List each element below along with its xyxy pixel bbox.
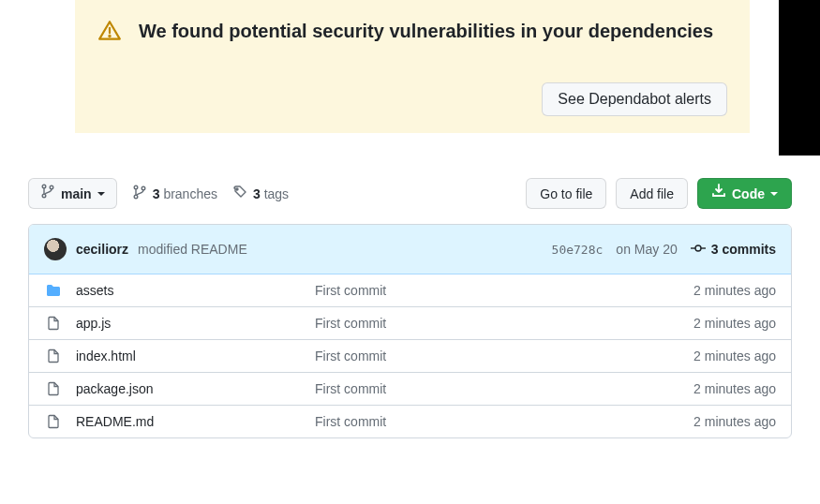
latest-commit-bar: ceciliorz modified README 50e728c on May… (29, 225, 791, 274)
avatar[interactable] (44, 238, 67, 260)
commit-sha[interactable]: 50e728c (552, 243, 604, 257)
download-icon (711, 184, 726, 203)
add-file-button[interactable]: Add file (616, 178, 688, 209)
svg-point-3 (42, 194, 46, 198)
svg-point-2 (42, 185, 46, 188)
file-icon (44, 348, 63, 363)
file-icon (44, 381, 63, 396)
svg-point-7 (142, 186, 145, 190)
commit-author[interactable]: ceciliorz (76, 242, 128, 257)
file-time: 2 minutes ago (693, 348, 776, 363)
file-commit-message[interactable]: First commit (315, 348, 693, 363)
file-time: 2 minutes ago (693, 316, 776, 331)
file-commit-message[interactable]: First commit (315, 414, 693, 429)
file-name[interactable]: package.json (76, 381, 315, 396)
commit-message[interactable]: modified README (138, 242, 247, 257)
svg-point-1 (109, 36, 110, 37)
file-time: 2 minutes ago (693, 283, 776, 298)
file-icon (44, 414, 63, 429)
tags-link[interactable]: 3 tags (232, 185, 289, 202)
alert-triangle-icon (97, 19, 122, 43)
alert-title: We found potential security vulnerabilit… (139, 21, 713, 42)
caret-down-icon (97, 192, 105, 196)
file-commit-message[interactable]: First commit (315, 381, 693, 396)
git-branch-icon (40, 184, 55, 203)
crop-black-bar (779, 0, 820, 156)
file-row: index.htmlFirst commit2 minutes ago (29, 339, 791, 372)
file-name[interactable]: app.js (76, 316, 315, 331)
commit-date: on May 20 (616, 242, 677, 257)
file-row: app.jsFirst commit2 minutes ago (29, 306, 791, 339)
file-row: assetsFirst commit2 minutes ago (29, 274, 791, 306)
file-commit-message[interactable]: First commit (315, 316, 693, 331)
svg-point-9 (695, 245, 701, 251)
file-listing: ceciliorz modified README 50e728c on May… (28, 224, 792, 438)
code-button[interactable]: Code (697, 178, 792, 209)
branches-link[interactable]: 3 branches (132, 185, 217, 202)
history-icon (691, 241, 706, 259)
commits-history-link[interactable]: 3 commits (691, 241, 776, 259)
file-commit-message[interactable]: First commit (315, 283, 693, 298)
svg-point-4 (50, 185, 53, 189)
file-icon (44, 316, 63, 331)
file-name[interactable]: index.html (76, 348, 315, 363)
file-row: package.jsonFirst commit2 minutes ago (29, 372, 791, 405)
repo-toolbar: main 3 branches 3 tags Go to file Add fi… (28, 178, 792, 209)
branch-select-button[interactable]: main (28, 178, 117, 209)
tag-icon (232, 185, 247, 202)
file-row: README.mdFirst commit2 minutes ago (29, 405, 791, 437)
file-time: 2 minutes ago (693, 381, 776, 396)
file-name[interactable]: README.md (76, 414, 315, 429)
svg-point-8 (236, 188, 238, 190)
file-time: 2 minutes ago (693, 414, 776, 429)
svg-point-5 (134, 185, 138, 189)
folder-icon (44, 283, 63, 298)
branch-name: main (61, 185, 92, 203)
see-dependabot-alerts-button[interactable]: See Dependabot alerts (542, 82, 727, 116)
svg-point-6 (134, 195, 138, 199)
file-name[interactable]: assets (76, 283, 315, 298)
git-branch-icon (132, 185, 147, 202)
go-to-file-button[interactable]: Go to file (526, 178, 606, 209)
security-alert-banner: We found potential security vulnerabilit… (75, 0, 750, 133)
caret-down-icon (770, 192, 778, 196)
